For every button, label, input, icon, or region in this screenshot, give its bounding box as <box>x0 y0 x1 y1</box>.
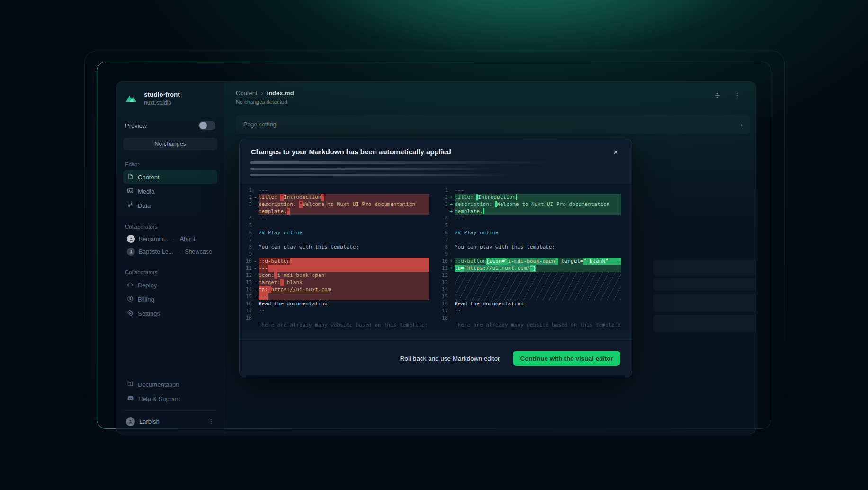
sidebar-item-label: Data <box>138 202 151 209</box>
page-setting-row[interactable]: Page setting › <box>236 115 750 134</box>
diff-segment: --- <box>455 215 464 222</box>
diff-segment: {icon= <box>486 258 505 265</box>
sidebar-item-media[interactable]: Media <box>123 185 217 198</box>
diff-row: 15---- <box>240 293 429 300</box>
diff-segment: --- <box>259 293 268 300</box>
sidebar-item-deploy[interactable]: Deploy <box>123 278 217 292</box>
diff-segment: to= <box>455 265 464 272</box>
sidebar-item-documentation[interactable]: Documentation <box>123 378 217 391</box>
diff-segment: Introduction <box>284 194 321 201</box>
diff-segment: description: <box>455 201 492 208</box>
diff-pane-left: 1---2-title: "Introduction"3-description… <box>240 187 436 329</box>
diff-segment <box>492 201 495 208</box>
diff-segment: :: <box>259 307 265 314</box>
diff-segment: Welcome to Nuxt UI Pro documentation <box>303 201 415 208</box>
diff-segment: to: <box>259 286 271 293</box>
sidebar-item-settings[interactable]: Settings <box>123 307 217 320</box>
diff-segment: title: <box>455 194 474 201</box>
diff-row: 16Read the documentation <box>436 300 621 307</box>
modal-title: Changes to your Markdown has been automa… <box>251 148 451 156</box>
diff-row: 4--- <box>436 215 621 222</box>
project-org: nuxt.studio <box>144 99 180 106</box>
preview-label: Preview <box>125 122 147 129</box>
diff-segment: --- <box>259 215 268 222</box>
diff-row: 3+description: Welcome to Nuxt UI Pro do… <box>436 201 621 208</box>
preview-toggle[interactable] <box>198 121 215 130</box>
sidebar-item-help-support[interactable]: Help & Support <box>123 392 217 405</box>
image-icon <box>127 187 134 196</box>
avatar <box>127 235 135 243</box>
diff-row: 6## Play online <box>436 229 621 236</box>
diff-row: 12-icon: i-mdi-book-open <box>240 272 429 279</box>
chevron-right-icon: › <box>261 90 263 97</box>
diff-bottom-fade <box>240 325 632 339</box>
no-changes-button[interactable]: No changes <box>123 138 217 150</box>
diff-segment: ::u-button <box>455 258 486 265</box>
diff-segment: Welcome to Nuxt UI Pro documentation <box>497 201 609 208</box>
collapse-icon[interactable] <box>713 91 722 100</box>
diff-segment: Introduction <box>478 194 515 201</box>
continue-visual-editor-button[interactable]: Continue with the visual editor <box>513 351 620 366</box>
diff-segment: template. <box>259 208 287 215</box>
diff-segment: https://ui.nuxt.com <box>271 286 331 293</box>
sidebar-item-data[interactable]: Data <box>123 199 217 212</box>
nuxt-studio-logo-icon <box>123 90 139 107</box>
diff-segment: template. <box>455 208 483 215</box>
diff-row: 5 <box>240 222 429 229</box>
sidebar-item-content[interactable]: Content <box>123 170 217 184</box>
diff-segment: --- <box>259 265 268 272</box>
diff-segment: ::u-button <box>259 258 290 265</box>
diff-row: -template." <box>240 208 429 215</box>
discord-icon <box>127 394 134 403</box>
screen: studio-front nuxt.studio Preview No chan… <box>0 0 868 490</box>
diff-segment <box>516 194 517 200</box>
editor-section-label: Editor <box>125 161 215 167</box>
document-icon <box>127 173 134 181</box>
skeleton-line <box>250 161 553 164</box>
project-header[interactable]: studio-front nuxt.studio <box>123 90 217 107</box>
sidebar-item-billing[interactable]: Billing <box>123 293 217 306</box>
book-icon <box>127 381 134 389</box>
diff-segment: description: <box>259 201 296 208</box>
chevron-right-icon: › <box>741 121 743 128</box>
collaborators-section-label: Collaborators <box>125 224 215 230</box>
sidebar-item-label: Deploy <box>138 282 157 289</box>
diff-segment: " <box>583 258 587 265</box>
user-menu[interactable]: Larbish ⋮ <box>123 415 217 428</box>
rollback-button[interactable]: Roll back and use Markdown editor <box>400 355 500 362</box>
diff-segment: ## Play online <box>455 229 499 236</box>
kebab-menu-icon[interactable]: ⋮ <box>733 91 742 100</box>
diff-segment: target: <box>259 279 280 286</box>
collaborator-name: Baptiste Le... <box>139 249 173 255</box>
close-icon[interactable]: ✕ <box>611 148 620 157</box>
breadcrumb: Content › index.md <box>224 82 756 97</box>
diff-segment <box>280 279 284 286</box>
sidebar-item-label: Settings <box>138 310 160 317</box>
collaborator-page: Showcase <box>185 249 212 255</box>
collaborator-row[interactable]: Benjamin... · About <box>123 232 217 245</box>
diff-segment: --- <box>259 187 268 194</box>
breadcrumb-section[interactable]: Content <box>236 89 258 97</box>
skeleton-line <box>250 174 513 176</box>
diff-row: 17:: <box>240 307 429 314</box>
diff-row: 10+::u-button{icon="i-mdi-book-open" tar… <box>436 258 621 265</box>
avatar <box>127 248 135 256</box>
diff-row: 6## Play online <box>240 229 429 236</box>
diff-row: 12131415 <box>436 272 621 300</box>
collaborator-row[interactable]: Baptiste Le... · Showcase <box>123 245 217 258</box>
diff-segment: Read the documentation <box>455 300 524 307</box>
diff-segment <box>277 194 281 201</box>
sidebar-item-label: Content <box>138 174 160 181</box>
diff-segment: You can play with this template: <box>455 243 555 250</box>
breadcrumb-file: index.md <box>267 89 294 97</box>
sidebar-item-label: Documentation <box>138 381 179 388</box>
diff-row: 8You can play with this template: <box>240 243 429 250</box>
background-form-row <box>653 315 756 332</box>
user-kebab-icon[interactable]: ⋮ <box>208 418 215 425</box>
background-form-row <box>653 260 756 275</box>
background-form-row <box>653 278 756 290</box>
skeleton-line <box>250 168 496 170</box>
diff-pane-right: 1---2+title: Introduction3+description: … <box>436 187 632 329</box>
background-form-row <box>653 294 756 312</box>
cloud-icon <box>127 281 134 289</box>
